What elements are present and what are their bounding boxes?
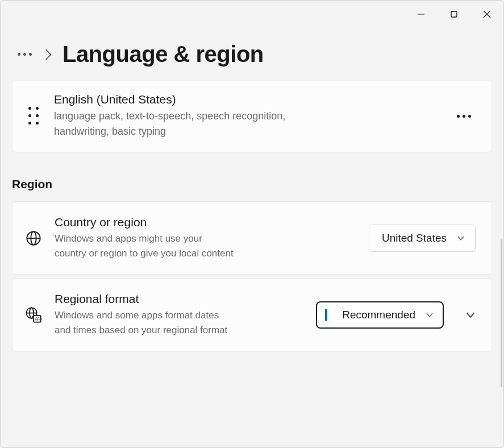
chevron-down-icon [426,311,434,319]
close-button[interactable] [470,1,503,28]
country-dropdown[interactable]: United States [369,225,476,252]
language-body: English (United States) language pack, t… [54,93,438,139]
format-body: Regional format Windows and some apps fo… [55,292,305,337]
language-more-button[interactable] [452,110,476,122]
regional-format-row: A字 Regional format Windows and some apps… [12,278,492,351]
country-label: Country or region [55,215,357,229]
country-body: Country or region Windows and apps might… [55,215,357,260]
format-value: Recommended [342,309,415,321]
format-dropdown[interactable]: Recommended [316,301,444,329]
breadcrumb-more-icon[interactable] [15,51,34,58]
globe-icon [24,230,43,246]
region-section-title: Region [12,177,492,191]
scrollbar-thumb[interactable] [501,239,502,387]
language-name: English (United States) [54,93,438,106]
minimize-button[interactable] [405,1,438,28]
focus-accent [325,309,327,321]
maximize-button[interactable] [438,1,470,28]
country-region-row: Country or region Windows and apps might… [12,201,492,275]
drag-handle-icon[interactable] [28,107,39,125]
country-description: Windows and apps might use your country … [55,231,236,260]
country-value: United States [382,232,447,244]
language-features: language pack, text-to-speech, speech re… [54,109,304,139]
format-description: Windows and some apps format dates and t… [55,308,236,337]
window-titlebar [1,1,503,28]
breadcrumb: Language & region [12,42,492,67]
page-title: Language & region [63,42,264,67]
language-item[interactable]: English (United States) language pack, t… [12,81,492,152]
format-label: Regional format [55,292,305,306]
globe-translate-icon: A字 [24,306,43,323]
chevron-down-icon [457,234,465,242]
svg-text:A字: A字 [35,316,42,322]
expand-row-button[interactable] [465,310,476,320]
svg-rect-1 [451,11,457,17]
chevron-right-icon [44,48,52,61]
